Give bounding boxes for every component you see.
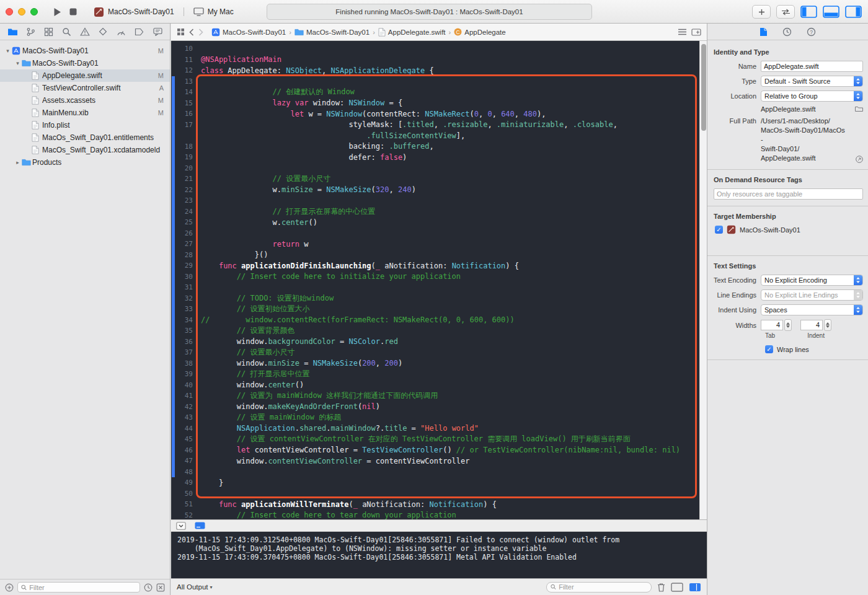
line-number[interactable]: 48 <box>171 468 193 476</box>
debug-navigator-tab[interactable] <box>116 26 127 37</box>
scheme-selector[interactable]: MacOs-Swift-Day01 <box>94 7 174 17</box>
stepper-arrows-icon[interactable] <box>824 319 831 331</box>
toggle-inspector-button[interactable] <box>845 6 862 18</box>
code-line-41[interactable]: 41 // 设置为 mainWindow 这样我们才能通过下面的代码调用 <box>171 390 699 402</box>
line-number[interactable]: 45 <box>171 435 193 443</box>
line-number[interactable]: 34 <box>171 316 193 324</box>
line-number[interactable]: 26 <box>171 229 193 237</box>
source-control-status-filter-button[interactable] <box>156 583 165 592</box>
run-button[interactable] <box>53 7 61 17</box>
code-line-23[interactable]: 23 <box>171 195 699 206</box>
line-number[interactable]: 18 <box>171 143 193 151</box>
file-row-macos-swift-day01-xcdatamodeld[interactable]: MacOs_Swift_Day01.xcdatamodeld <box>0 144 170 156</box>
line-number[interactable]: 15 <box>171 99 193 107</box>
breakpoint-navigator-tab[interactable] <box>134 26 145 37</box>
line-number[interactable]: 37 <box>171 348 193 356</box>
wrap-lines-checkbox[interactable]: ✓ <box>765 345 773 353</box>
code-line-13[interactable]: 13 <box>171 76 699 87</box>
source-control-navigator-tab[interactable] <box>25 26 36 37</box>
file-row-mainmenu-xib[interactable]: MainMenu.xibM <box>0 107 170 119</box>
code-line-14[interactable]: 14 // 创建默认的 Window <box>171 87 699 98</box>
disclosure-triangle-icon[interactable]: ▾ <box>14 60 22 66</box>
clear-console-button[interactable] <box>657 583 665 592</box>
code-line-34[interactable]: 34// window.contentRect(forFrameRect: NS… <box>171 315 699 326</box>
code-line-19[interactable]: 19 defer: false) <box>171 152 699 163</box>
editor-arrangement-button[interactable] <box>776 5 795 19</box>
code-line-47[interactable]: 47 window.contentViewController = conten… <box>171 456 699 467</box>
line-number[interactable]: 38 <box>171 359 193 368</box>
code-line-45[interactable]: 45 // 设置 contentViewController 在对应的 Test… <box>171 434 699 445</box>
line-number[interactable]: 11 <box>171 56 193 64</box>
code-line-11[interactable]: 11@NSApplicationMain <box>171 55 699 66</box>
line-number[interactable]: 12 <box>171 66 193 74</box>
line-number[interactable]: 21 <box>171 175 193 183</box>
code-line-27[interactable]: 27 return w <box>171 239 699 250</box>
file-row-macos-swift-day01-entitlements[interactable]: MacOs_Swift_Day01.entitlements <box>0 131 170 144</box>
line-number[interactable]: 49 <box>171 478 193 487</box>
code-line-18[interactable]: 18 backing: .buffered, <box>171 141 699 152</box>
find-navigator-tab[interactable] <box>61 26 73 37</box>
console-pane-toggle[interactable] <box>195 522 205 529</box>
target-membership-row[interactable]: ✓ MacOs-Swift-Day01 <box>712 225 863 234</box>
issue-navigator-tab[interactable] <box>79 26 91 37</box>
code-line-29[interactable]: 29 func applicationDidFinishLaunching(_ … <box>171 260 699 271</box>
minimize-window-button[interactable] <box>18 8 25 15</box>
file-row-macos-swift-day01[interactable]: ▾MacOs-Swift-Day01M <box>0 45 170 57</box>
recent-files-button[interactable] <box>144 583 153 592</box>
indent-width-stepper[interactable]: 4 <box>800 319 831 331</box>
toggle-debug-area-button[interactable] <box>823 6 839 18</box>
code-line-31[interactable]: 31 <box>171 282 699 293</box>
file-row-appdelegate-swift[interactable]: AppDelegate.swiftM <box>0 69 170 82</box>
console-filter-field[interactable] <box>546 582 652 593</box>
library-add-button[interactable] <box>752 5 771 19</box>
add-file-button[interactable] <box>5 583 14 592</box>
code-line-17[interactable]: 17 styleMask: [.titled, .resizable, .min… <box>171 120 699 131</box>
add-editor-button[interactable] <box>691 29 701 36</box>
line-number[interactable]: 33 <box>171 305 193 313</box>
code-line-26[interactable]: 26 <box>171 228 699 239</box>
file-inspector-tab[interactable] <box>760 27 768 37</box>
line-number[interactable]: 17 <box>171 121 193 129</box>
toggle-console-view-button[interactable] <box>689 583 701 592</box>
zoom-window-button[interactable] <box>30 8 38 15</box>
target-checkbox[interactable]: ✓ <box>715 226 723 234</box>
line-number[interactable]: 14 <box>171 88 193 96</box>
code-line-35[interactable]: 35 // 设置背景颜色 <box>171 325 699 337</box>
code-line-32[interactable]: 32 // TODO: 设置初始window <box>171 293 699 304</box>
code-line-24[interactable]: 24 // 打开显示在屏幕的中心位置 <box>171 206 699 218</box>
code-line-50[interactable]: 50 <box>171 488 699 500</box>
code-line-21[interactable]: 21 // 设置最小尺寸 <box>171 174 699 185</box>
stepper-arrows-icon[interactable] <box>784 319 792 331</box>
code-line-52[interactable]: 52 // Insert code here to tear down your… <box>171 510 699 520</box>
tab-width-stepper[interactable]: 4 <box>761 319 792 331</box>
code-line-16[interactable]: 16 let w = NSWindow(contentRect: NSMakeR… <box>171 108 699 120</box>
code-line-37[interactable]: 37 // 设置最小尺寸 <box>171 347 699 358</box>
odr-tags-field[interactable] <box>714 188 863 200</box>
line-number[interactable]: 24 <box>171 208 193 216</box>
disclosure-triangle-icon[interactable]: ▾ <box>4 48 12 54</box>
disclosure-triangle-icon[interactable]: ▸ <box>14 159 22 165</box>
indent-using-popup[interactable]: Spaces <box>761 304 863 315</box>
symbol-navigator-tab[interactable] <box>43 26 55 37</box>
toggle-navigator-button[interactable] <box>800 6 817 18</box>
code-line-39[interactable]: 39 // 打开显示居中位置 <box>171 369 699 380</box>
line-number[interactable]: 35 <box>171 327 193 335</box>
file-row-products[interactable]: ▸Products <box>0 156 170 169</box>
code-line-20[interactable]: 20 <box>171 163 699 174</box>
code-line-42[interactable]: 42 window.makeKeyAndOrderFront(nil) <box>171 402 699 413</box>
adjust-editor-options-button[interactable] <box>678 29 687 35</box>
code-line-25[interactable]: 25 w.center() <box>171 217 699 228</box>
line-number[interactable]: 19 <box>171 153 193 161</box>
type-popup[interactable]: Default - Swift Source <box>761 76 863 87</box>
run-destination-selector[interactable]: My Mac <box>193 7 234 16</box>
breadcrumb-item-appdelegate-swift[interactable]: AppDelegate.swift <box>378 28 446 37</box>
line-number[interactable]: 51 <box>171 500 193 508</box>
console-filter-input[interactable] <box>559 583 647 591</box>
line-number[interactable]: 13 <box>171 77 193 86</box>
code-line-33[interactable]: 33 // 设置初始位置大小 <box>171 304 699 315</box>
line-number[interactable]: 42 <box>171 403 193 411</box>
line-number[interactable]: 29 <box>171 262 193 270</box>
line-number[interactable]: 52 <box>171 511 193 519</box>
file-row-info-plist[interactable]: Info.plist <box>0 119 170 131</box>
code-line-22[interactable]: 22 w.minSize = NSMakeSize(320, 240) <box>171 185 699 196</box>
